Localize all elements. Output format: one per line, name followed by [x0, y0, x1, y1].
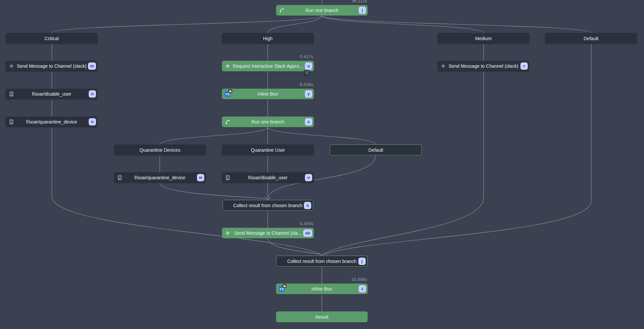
high-send-message-slack[interactable]: Send Message to Channel (sla...ab0.304s — [222, 228, 314, 238]
node-label: Send Message to Channel (sla... — [234, 230, 302, 236]
collect-result-inner[interactable]: Collect result from chosen branchx — [223, 200, 313, 211]
node-id-badge: j — [359, 7, 366, 14]
node-id-badge: o — [89, 118, 96, 125]
slack-icon — [9, 63, 14, 69]
flow-edge — [160, 127, 268, 144]
branch-header-critical[interactable]: Critical — [6, 33, 98, 44]
high-request-slack-approval[interactable]: Request Interactive Slack Appro...u0.417… — [222, 61, 314, 71]
edge-arrowhead-icon — [319, 253, 325, 256]
node-label: f/soar/disable_user — [32, 91, 71, 97]
subbranch-header-quarantine-user[interactable]: Quarantine User — [222, 144, 314, 155]
script-icon — [9, 91, 14, 97]
node-label: High — [263, 36, 273, 41]
qdevices-quarantine-device-script[interactable]: f/soar/quarantine_devicew — [114, 172, 206, 183]
high-run-one-branch[interactable]: Run one branchx — [222, 117, 314, 127]
phone-incoming-icon — [304, 70, 310, 76]
node-id-badge: v — [305, 174, 312, 181]
flow-edge-layer — [0, 0, 644, 329]
flow-canvas[interactable]: Run one branchj36.211sCriticalHighMedium… — [0, 0, 644, 329]
result[interactable]: Result — [276, 311, 368, 322]
node-label: Collect result from chosen branch — [233, 203, 303, 208]
slack-icon — [225, 63, 230, 69]
script-icon — [9, 119, 14, 125]
subbranch-header-default[interactable]: Default — [330, 144, 422, 155]
flow-edge — [324, 71, 484, 254]
bun-icon — [282, 284, 287, 288]
typescript-bun-icon: TS — [279, 286, 285, 292]
node-label: f/soar/disable_user — [248, 175, 287, 180]
node-label: Send Message to Channel (slack) — [448, 63, 518, 69]
node-id-badge: w — [197, 174, 204, 181]
flow-edge — [160, 183, 265, 199]
node-label: Medium — [475, 36, 492, 41]
node-label: Send Message to Channel (slack) — [17, 63, 86, 69]
critical-quarantine-device-script[interactable]: f/soar/quarantine_deviceo — [6, 117, 98, 127]
branch-header-high[interactable]: High — [222, 33, 314, 44]
critical-send-message-slack[interactable]: Send Message to Channel (slack)m — [6, 61, 98, 71]
node-id-badge: z — [359, 285, 366, 292]
script-icon — [117, 175, 123, 181]
node-label: Request Interactive Slack Appro... — [233, 63, 303, 69]
typescript-bun-icon: TS — [225, 91, 230, 97]
node-id-badge: n — [89, 90, 96, 98]
node-id-badge: x — [305, 118, 312, 125]
node-label: Inline Bun — [257, 91, 278, 97]
node-label: Run one branch — [305, 8, 338, 13]
flow-edge — [52, 16, 322, 33]
flow-edge — [268, 238, 319, 254]
slack-icon — [225, 230, 230, 236]
flow-edge — [268, 127, 376, 144]
node-label: Default — [368, 147, 383, 153]
branch-header-medium[interactable]: Medium — [437, 33, 529, 44]
node-duration: 0.417s — [300, 54, 313, 59]
branch-icon — [225, 119, 230, 125]
start-run-one-branch[interactable]: Run one branchj36.211s — [276, 5, 368, 16]
flow-edge — [322, 16, 591, 33]
node-duration: 10.348s — [351, 277, 367, 282]
node-id-badge: u — [305, 62, 312, 70]
critical-disable-user-script[interactable]: f/soar/disable_usern — [6, 89, 98, 99]
node-id-badge: ab — [303, 229, 312, 237]
node-id-badge: m — [88, 62, 96, 70]
node-label: Run one branch — [251, 119, 285, 124]
node-duration: 0.304s — [300, 221, 313, 226]
node-label: f/soar/quarantine_device — [135, 175, 185, 180]
node-label: Collect result from chosen branch — [287, 259, 357, 264]
node-duration: 6.534s — [300, 82, 313, 87]
node-id-badge: y — [305, 90, 312, 98]
branch-header-default[interactable]: Default — [545, 33, 637, 44]
node-label: Inline Bun — [312, 286, 332, 291]
node-id-badge: x — [304, 202, 311, 209]
bun-icon — [228, 89, 232, 93]
final-inline-bun[interactable]: TSInline Bunz10.348s — [276, 284, 368, 294]
node-label: Quarantine User — [251, 147, 285, 153]
node-id-badge: j — [358, 258, 366, 265]
script-icon — [225, 175, 230, 181]
node-label: Default — [584, 36, 598, 41]
quser-disable-user-script[interactable]: f/soar/disable_userv — [222, 172, 314, 183]
node-label: f/soar/quarantine_device — [26, 119, 77, 124]
subbranch-header-quarantine-devices[interactable]: Quarantine Devices — [114, 144, 206, 155]
high-inline-bun[interactable]: TSInline Buny6.534s — [222, 89, 314, 99]
node-id-badge: r — [520, 62, 528, 70]
medium-send-message-slack[interactable]: Send Message to Channel (slack)r — [437, 61, 529, 71]
collect-result-outer[interactable]: Collect result from chosen branchj — [276, 256, 368, 267]
node-label: Result — [315, 314, 328, 320]
node-duration: 36.211s — [351, 0, 367, 3]
node-label: Quarantine Devices — [139, 147, 180, 153]
node-label: Critical — [45, 36, 59, 41]
slack-icon — [440, 63, 446, 69]
branch-icon — [279, 8, 285, 13]
